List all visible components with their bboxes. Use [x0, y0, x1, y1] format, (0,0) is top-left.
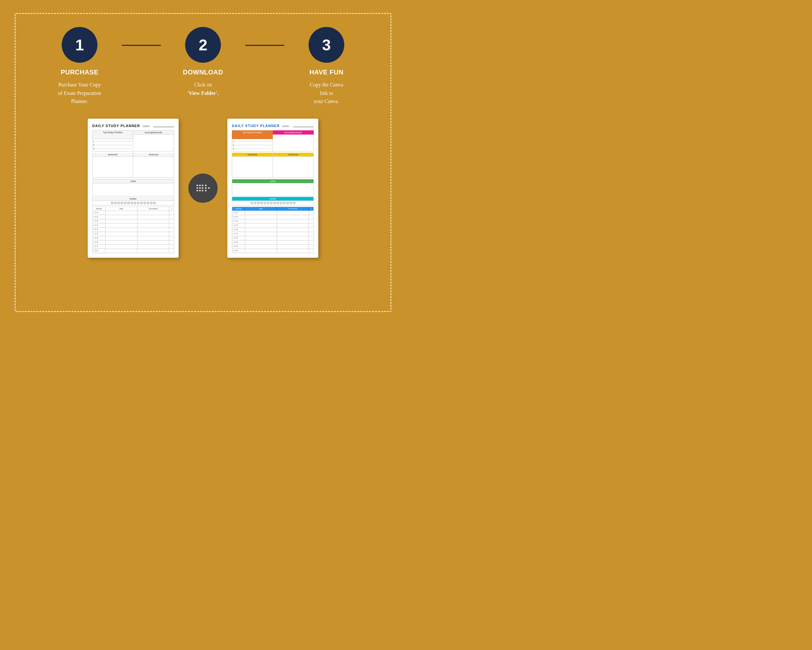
main-container: 1 PURCHASE Purchase Your Copy of Exam Pr… [15, 13, 391, 312]
break-circle [254, 202, 256, 204]
colored-comments-col-header: comments [277, 207, 308, 211]
table-row: LHM [232, 223, 314, 228]
colored-tomorrow-label-right: tomorrow [273, 153, 314, 157]
priority-1: 1 [93, 141, 132, 143]
planner-colored: DAILY STUDY PLANNER DATE: Top Study Prio… [227, 119, 318, 258]
table-row: LHM [92, 228, 174, 232]
break-circle [270, 202, 273, 204]
step-2-circle: 2 [185, 27, 221, 63]
break-circle [118, 202, 120, 204]
break-circle [277, 202, 279, 204]
colored-table-header: priority task comments ✓ [232, 207, 314, 211]
table-row: LHM [232, 249, 314, 253]
notes-label: notes [92, 179, 174, 183]
break-circle [273, 202, 276, 204]
colored-tomorrow-section: tomorrow tomorrow [232, 153, 314, 178]
table-header: priority task comments ✓ [92, 207, 174, 211]
colored-priority-1: 1 [233, 141, 272, 143]
break-circle [124, 202, 126, 204]
accomplishments-col: accomplishments [133, 130, 174, 151]
tomorrow-right: tomorrow [133, 153, 174, 178]
planners-row: DAILY STUDY PLANNER DATE: Top Study Prio… [35, 119, 371, 258]
step-2: 2 DOWNLOAD Click on 'View Folder'. [161, 27, 245, 97]
connector-2-3 [245, 45, 284, 46]
break-circle [150, 202, 152, 204]
colored-accomplishments-col: accomplishments [273, 130, 314, 151]
step-3-title: HAVE FUN [310, 69, 343, 76]
break-circle [264, 202, 266, 204]
priority-2: 2 [93, 144, 132, 146]
table-row: LHM [92, 219, 174, 223]
table-row: LHM [92, 249, 174, 253]
planner-colored-title: DAILY STUDY PLANNER [232, 124, 280, 128]
break-circle [121, 202, 123, 204]
table-row: LHM [92, 245, 174, 249]
table-row: LHM [232, 219, 314, 223]
table-row: LHM [232, 240, 314, 245]
break-circle [127, 202, 130, 204]
planner-date-line [153, 127, 174, 127]
tomorrow-left: tomorrow [92, 153, 133, 178]
table-row: LHM [232, 215, 314, 219]
table-row: LHM [92, 240, 174, 245]
circles-row [92, 201, 174, 205]
colored-notes-label: notes [232, 179, 314, 183]
colored-priority-col-header: priority [232, 207, 245, 211]
colored-breaks-label: breaks [232, 197, 314, 201]
colored-tomorrow-right: tomorrow [273, 153, 314, 178]
table-row: LHM [232, 245, 314, 249]
colored-priorities-col: Top Study Priorities 1 2 3 [232, 130, 273, 151]
planner-plain-title: DAILY STUDY PLANNER [92, 124, 140, 128]
table-row: LHM [232, 236, 314, 240]
table-row: LHM [92, 223, 174, 228]
colored-bottom-table: priority task comments ✓ LHM LHM [232, 207, 314, 253]
task-col-header: task [105, 207, 137, 211]
break-circle [261, 202, 263, 204]
table-row: LHM [92, 232, 174, 236]
break-circle [134, 202, 136, 204]
comments-col-header: comments [137, 207, 169, 211]
break-circle [111, 202, 113, 204]
break-circle [153, 202, 156, 204]
colored-check-col-header: ✓ [308, 207, 313, 211]
priorities-col: Top Study Priorities 1 2 3 [92, 130, 133, 151]
step-3: 3 HAVE FUN Copy the Canva link to your C… [284, 27, 369, 106]
colored-tomorrow-left: tomorrow [232, 153, 273, 178]
accomplishments-header: accomplishments [133, 130, 174, 135]
colored-priorities-header: Top Study Priorities [232, 130, 273, 139]
table-row: LHM [92, 211, 174, 215]
breaks-section: breaks [92, 197, 174, 205]
break-circle [280, 202, 282, 204]
colored-circles-row [232, 201, 314, 205]
check-col-header: ✓ [169, 207, 174, 211]
step-3-desc: Copy the Canva link to your Canva. [310, 81, 343, 106]
arrow-icon [197, 185, 210, 191]
step-3-circle: 3 [308, 27, 344, 63]
priorities-lines: 1 2 3 [92, 139, 133, 151]
colored-notes-section: notes [232, 179, 314, 196]
break-circle [287, 202, 289, 204]
colored-accomplishments-header: accomplishments [273, 130, 314, 135]
colored-notes-box [232, 183, 314, 196]
planner-date-label: DATE: [143, 125, 150, 128]
breaks-label: breaks [92, 197, 174, 201]
arrow-button[interactable] [188, 174, 218, 203]
table-row: LHM [92, 215, 174, 219]
break-circle [147, 202, 149, 204]
break-circle [257, 202, 259, 204]
bottom-table: priority task comments ✓ LHM LHM [92, 207, 174, 253]
colored-priorities-lines: 1 2 3 [232, 139, 273, 151]
connector-1-2 [122, 45, 161, 46]
notes-box [92, 183, 174, 196]
planner-colored-date-line [293, 127, 314, 127]
priority-3: 3 [93, 148, 132, 150]
step-1: 1 PURCHASE Purchase Your Copy of Exam Pr… [37, 27, 122, 106]
planner-top-section: Top Study Priorities 1 2 3 [92, 130, 174, 151]
colored-task-col-header: task [245, 207, 277, 211]
colored-tomorrow-grid [232, 157, 273, 178]
tomorrow-box-right [133, 157, 174, 178]
tomorrow-label-left: tomorrow [92, 153, 133, 157]
colored-priority-2: 2 [233, 144, 272, 146]
tomorrow-label-right: tomorrow [133, 153, 174, 157]
table-row: LHM [92, 236, 174, 240]
